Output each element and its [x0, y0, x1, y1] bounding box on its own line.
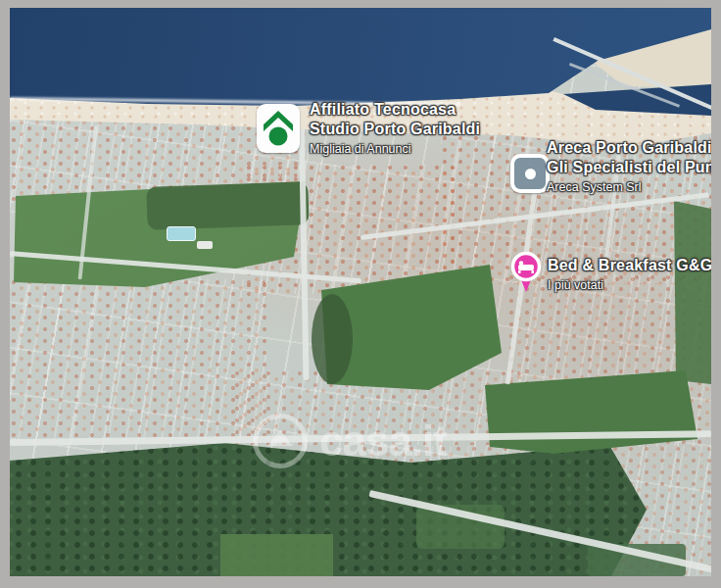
- poi-line3: Areca System Srl: [547, 179, 715, 195]
- bottom-field: [220, 534, 333, 576]
- tecnocasa-logo-icon: [257, 104, 300, 153]
- areca-marker-icon: [510, 154, 550, 193]
- casait-logo-icon: [253, 414, 308, 468]
- poi-line2: Studio Porto Garibaldi: [310, 120, 480, 139]
- poi-line2: I più votati: [548, 277, 712, 293]
- watermark-text: casa.it: [319, 414, 447, 468]
- frame-border-top: [0, 0, 721, 8]
- poi-line1: Affiliato Tecnocasa: [310, 100, 480, 120]
- frame-border-left: [0, 0, 10, 588]
- poi-label-areca[interactable]: Areca Porto Garibaldi Gli Specialisti de…: [510, 138, 721, 199]
- tree-band: [146, 181, 309, 230]
- satellite-map[interactable]: casa.it Affiliato Tecnocasa Studio Porto…: [0, 0, 721, 588]
- poi-label-tecnocasa[interactable]: Affiliato Tecnocasa Studio Porto Garibal…: [257, 98, 502, 161]
- casait-watermark: casa.it: [253, 414, 447, 468]
- poi-line3: Migliaia di Annunci: [310, 141, 480, 157]
- frame-border-bottom: [0, 576, 721, 588]
- poi-label-bed-breakfast[interactable]: Bed & Breakfast G&G I più votati: [507, 248, 718, 295]
- bed-pin-icon: [507, 250, 545, 301]
- poi-line2: Gli Specialisti del Pun: [547, 158, 715, 177]
- roof-district: [10, 279, 266, 444]
- frame-border-right: [711, 0, 721, 588]
- marker-dot: [525, 169, 536, 179]
- poi-line1: Bed & Breakfast G&G: [548, 256, 712, 275]
- pool-building: [197, 241, 213, 249]
- swimming-pool: [167, 226, 196, 241]
- tree-clump: [312, 294, 353, 384]
- poi-line1: Areca Porto Garibaldi: [547, 138, 715, 158]
- screenshot-stage: casa.it Affiliato Tecnocasa Studio Porto…: [0, 0, 721, 588]
